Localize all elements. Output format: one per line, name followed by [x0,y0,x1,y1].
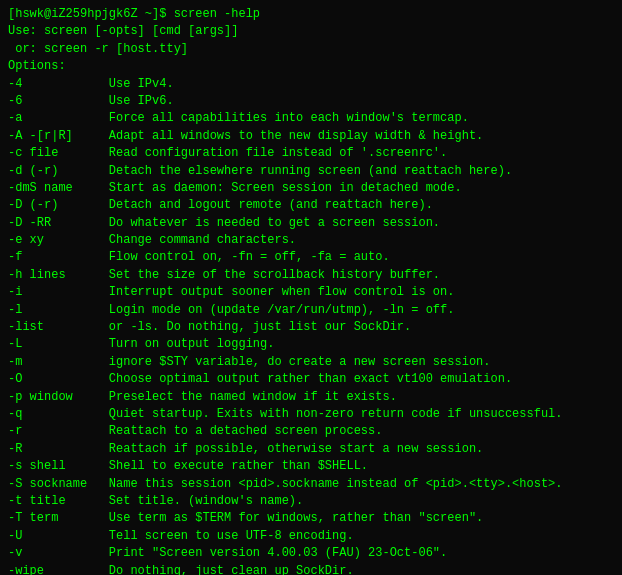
output-line: -list or -ls. Do nothing, just list our … [8,319,614,336]
output-line: or: screen -r [host.tty] [8,41,614,58]
output-line: -h lines Set the size of the scrollback … [8,267,614,284]
output-line: -4 Use IPv4. [8,76,614,93]
output-line: -D -RR Do whatever is needed to get a sc… [8,215,614,232]
output-line: -f Flow control on, -fn = off, -fa = aut… [8,249,614,266]
output-line: -v Print "Screen version 4.00.03 (FAU) 2… [8,545,614,562]
output-line: -i Interrupt output sooner when flow con… [8,284,614,301]
output-line: -p window Preselect the named window if … [8,389,614,406]
output-line: -t title Set title. (window's name). [8,493,614,510]
output-line: -R Reattach if possible, otherwise start… [8,441,614,458]
output-line: -A -[r|R] Adapt all windows to the new d… [8,128,614,145]
prompt-line: [hswk@iZ259hpjgk6Z ~]$ screen -help [8,6,614,23]
output-line: -s shell Shell to execute rather than $S… [8,458,614,475]
output-line: -wipe Do nothing, just clean up SockDir. [8,563,614,576]
output-line: -T term Use term as $TERM for windows, r… [8,510,614,527]
output-line: -a Force all capabilities into each wind… [8,110,614,127]
output-line: -d (-r) Detach the elsewhere running scr… [8,163,614,180]
output-line: -r Reattach to a detached screen process… [8,423,614,440]
output-line: -dmS name Start as daemon: Screen sessio… [8,180,614,197]
output-line: -m ignore $STY variable, do create a new… [8,354,614,371]
output-line: -O Choose optimal output rather than exa… [8,371,614,388]
output-line: -S sockname Name this session <pid>.sock… [8,476,614,493]
output-line: -6 Use IPv6. [8,93,614,110]
output-line: -c file Read configuration file instead … [8,145,614,162]
output-line: -D (-r) Detach and logout remote (and re… [8,197,614,214]
output-line: -U Tell screen to use UTF-8 encoding. [8,528,614,545]
terminal-window: [hswk@iZ259hpjgk6Z ~]$ screen -help Use:… [0,0,622,575]
output-line: -L Turn on output logging. [8,336,614,353]
output-line: -q Quiet startup. Exits with non-zero re… [8,406,614,423]
output-line: -e xy Change command characters. [8,232,614,249]
output-lines: Use: screen [-opts] [cmd [args]] or: scr… [8,23,614,575]
output-line: -l Login mode on (update /var/run/utmp),… [8,302,614,319]
output-line: Options: [8,58,614,75]
output-line: Use: screen [-opts] [cmd [args]] [8,23,614,40]
